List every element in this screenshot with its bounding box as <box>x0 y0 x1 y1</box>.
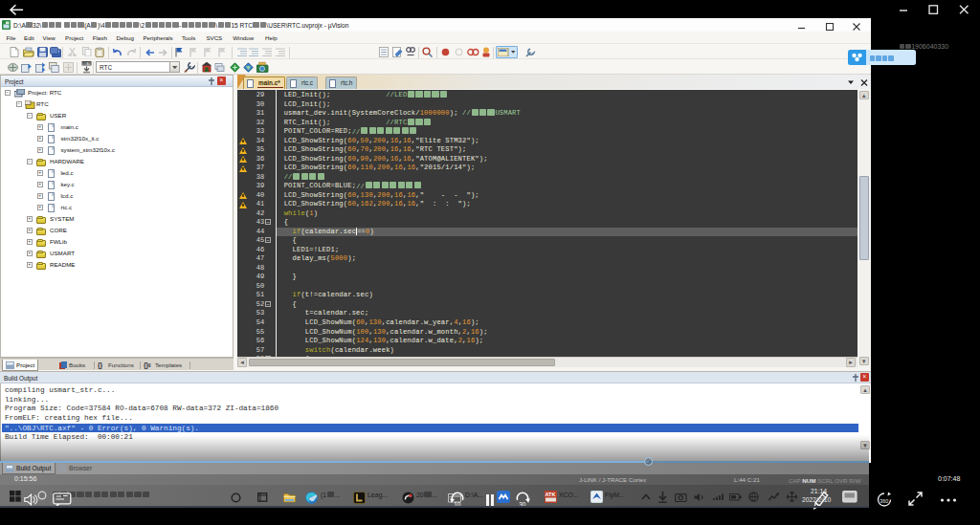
svg-text:LOAD: LOAD <box>82 61 92 65</box>
svg-text:360: 360 <box>880 498 888 504</box>
svg-text:ATK: ATK <box>546 492 556 497</box>
